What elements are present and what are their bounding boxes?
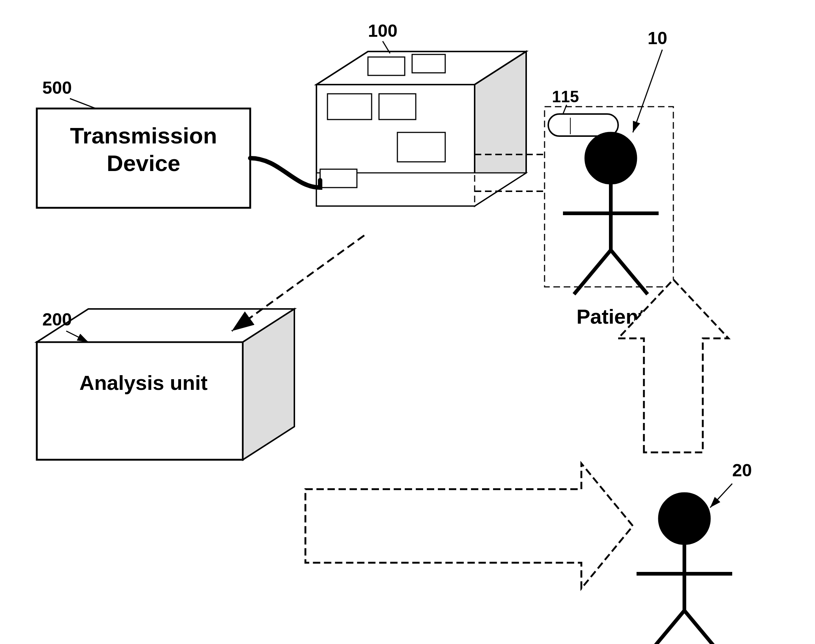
ref-10: 10 [648, 28, 667, 48]
transmission-device-text-line1: Transmission [70, 123, 217, 148]
device-top-slot-2 [412, 54, 445, 73]
ref-100: 100 [368, 21, 398, 40]
authority-right-leg [685, 610, 721, 644]
ref-500-line [70, 98, 96, 109]
device-top-slot-1 [368, 57, 405, 75]
authority-left-leg [648, 610, 685, 644]
device-slot-3 [398, 132, 445, 162]
patient-right-leg [611, 250, 648, 294]
main-diagram-svg: Transmission Device 500 100 [0, 0, 815, 644]
dashed-arrow-right [305, 463, 633, 589]
patient-left-leg [574, 250, 611, 294]
dashed-arrow-device-to-analysis [232, 235, 364, 331]
device-slot-2 [379, 94, 416, 120]
device-port [320, 169, 357, 187]
ref-10-line [633, 50, 662, 132]
cable [250, 158, 320, 187]
ref-500: 500 [42, 78, 72, 97]
diagram-container: Transmission Device 500 100 [0, 0, 815, 644]
transmission-device-text-line2: Device [107, 150, 180, 176]
ref-115: 115 [552, 87, 579, 106]
ref-20-line [710, 484, 732, 508]
authority-head [658, 493, 710, 544]
analysis-label-line1: Analysis unit [80, 371, 208, 394]
device-slot-1 [327, 94, 371, 120]
patient-head [585, 132, 637, 184]
analysis-front-face [37, 342, 243, 460]
ref-20: 20 [732, 460, 752, 480]
ref-200: 200 [42, 310, 72, 329]
